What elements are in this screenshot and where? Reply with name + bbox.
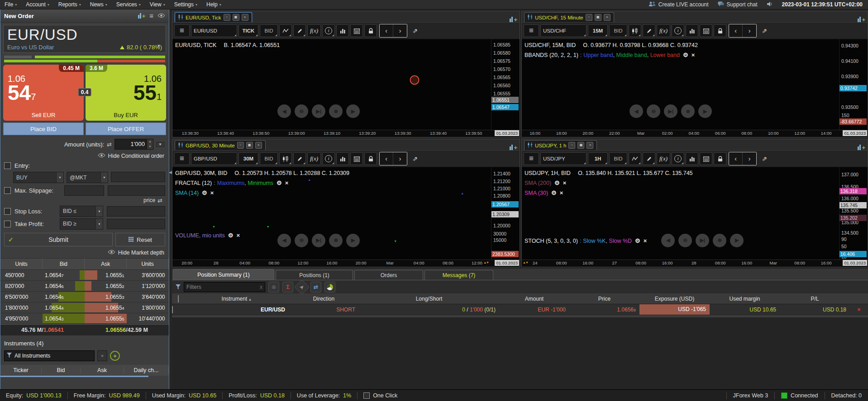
- instruments-col-daily-ch-[interactable]: Daily ch...: [124, 367, 169, 373]
- period-select[interactable]: 1H: [588, 152, 608, 165]
- side-select[interactable]: BID: [260, 152, 278, 165]
- swap-icon[interactable]: ⇄: [157, 197, 162, 204]
- calendar-button[interactable]: [350, 24, 363, 37]
- close-icon[interactable]: ×: [604, 14, 610, 21]
- add-chart-icon[interactable]: +: [858, 145, 865, 150]
- depth-row[interactable]: 820'0001.065461.065521'120'000: [0, 281, 169, 292]
- instrument-selector[interactable]: EUR/USD ▼ Euro vs US Dollar 82.0 ( 0.78%…: [3, 25, 166, 53]
- menu-item-services[interactable]: Services▾: [112, 0, 145, 9]
- price-axis[interactable]: 1.065851.065801.065751.065701.065651.065…: [491, 39, 520, 130]
- positions-filter-input[interactable]: Filtersx: [184, 282, 265, 292]
- playback-button[interactable]: ▶|: [312, 234, 325, 247]
- depth-row[interactable]: 6'500'0001.065451.065533'640'000: [0, 292, 169, 302]
- take-profit-checkbox[interactable]: [4, 221, 11, 227]
- instruments-col-bid[interactable]: Bid: [42, 367, 81, 373]
- export-icon[interactable]: ⇗: [409, 24, 421, 37]
- playback-controls[interactable]: ◀⊖▶|⊕▶: [277, 234, 360, 247]
- close-icon[interactable]: ×: [242, 14, 248, 21]
- collapse-left-icon[interactable]: ◀: [169, 170, 172, 175]
- depth-row[interactable]: 1'800'0001.065441.065541'800'000: [0, 302, 169, 313]
- restore-icon[interactable]: ▣: [595, 14, 601, 21]
- minimize-icon[interactable]: ▫: [237, 142, 244, 149]
- playback-button[interactable]: ▶: [730, 234, 744, 247]
- scroll-right-button[interactable]: ›: [743, 152, 756, 165]
- draw-tool-button[interactable]: [293, 152, 306, 165]
- instruments-col-ticker[interactable]: Ticker: [0, 367, 42, 373]
- playback-button[interactable]: ⊕: [681, 104, 695, 118]
- entry-side-select[interactable]: BUY▼: [13, 172, 64, 183]
- chart-type-button[interactable]: [629, 152, 641, 165]
- add-chart-icon[interactable]: +: [510, 17, 517, 22]
- remove-indicator-icon[interactable]: ×: [563, 179, 567, 186]
- histogram-button[interactable]: [336, 24, 349, 37]
- entry-checkbox[interactable]: [4, 162, 11, 169]
- playback-button[interactable]: ⊕: [329, 234, 343, 247]
- playback-controls[interactable]: ◀⊖▶|⊕▶: [630, 104, 712, 118]
- playback-button[interactable]: ⊖: [295, 234, 308, 247]
- indicators-button[interactable]: f(x): [307, 24, 321, 37]
- add-instrument-button[interactable]: +: [110, 351, 120, 361]
- col-used-margin[interactable]: Used margin: [710, 296, 780, 302]
- clear-filter-icon[interactable]: ⊗: [268, 282, 279, 292]
- draw-tool-button[interactable]: [643, 152, 655, 165]
- swap-icon[interactable]: ⇄: [107, 141, 112, 148]
- stop-loss-condition-select[interactable]: BID ≤▼: [60, 206, 103, 217]
- stop-loss-field[interactable]: [107, 206, 165, 217]
- row-checkbox[interactable]: [172, 306, 173, 313]
- menu-item-reports[interactable]: Reports▾: [54, 0, 86, 9]
- symbol-select[interactable]: USD/CHF: [540, 24, 587, 37]
- chart-menu-button[interactable]: ≡: [524, 24, 539, 37]
- remove-indicator-icon[interactable]: ×: [210, 189, 214, 196]
- sum-icon[interactable]: Σ: [282, 282, 293, 292]
- position-row[interactable]: EUR/USD SHORT 0 / 1'000 (0/1) EUR -1'000…: [172, 304, 868, 315]
- take-profit-field[interactable]: [107, 219, 165, 229]
- export-icon[interactable]: ⇗: [758, 24, 771, 37]
- playback-button[interactable]: ◀: [630, 104, 643, 118]
- amount-dropdown[interactable]: ▼: [156, 142, 164, 147]
- export-icon[interactable]: ⇗: [409, 152, 421, 165]
- transfer-icon[interactable]: ⇄: [310, 282, 321, 292]
- minimize-icon[interactable]: ▫: [586, 14, 592, 21]
- create-live-account-link[interactable]: Create LIVE account: [649, 1, 709, 8]
- side-select[interactable]: BID: [609, 152, 627, 165]
- reset-button[interactable]: Reset: [115, 233, 165, 246]
- col-instrument[interactable]: Instrument ▲: [185, 296, 289, 302]
- horizontal-scrollbar[interactable]: [0, 376, 148, 377]
- gear-icon[interactable]: ⚙: [228, 232, 234, 239]
- gear-icon[interactable]: ⚙: [554, 179, 560, 186]
- playback-button[interactable]: ⊖: [295, 104, 308, 118]
- playback-button[interactable]: ⊖: [647, 104, 660, 118]
- close-position-icon[interactable]: ×: [850, 307, 868, 313]
- hide-market-depth-link[interactable]: Hide Market depth: [118, 250, 164, 256]
- slippage-checkbox[interactable]: [4, 187, 11, 194]
- panel-menu-icon[interactable]: ≡: [149, 14, 153, 18]
- chart-menu-button[interactable]: ≡: [174, 24, 190, 37]
- close-icon[interactable]: ×: [255, 142, 262, 149]
- time-axis[interactable]: 20:002804:0008:0012:0016:0020:00Mar04:00…: [172, 259, 520, 267]
- info-button[interactable]: i: [672, 24, 684, 37]
- sell-button[interactable]: 0.45 M 1.06 547 Sell EUR: [3, 65, 84, 121]
- tab-messages-7-[interactable]: Messages (7): [424, 270, 493, 280]
- info-button[interactable]: i: [322, 152, 335, 165]
- col-price[interactable]: Price: [569, 296, 639, 302]
- remove-indicator-icon[interactable]: ×: [236, 232, 240, 239]
- chart-type-button[interactable]: [279, 152, 292, 165]
- chart-tab[interactable]: EUR/USD, Tick ▫ ▣ ×: [175, 12, 252, 22]
- price-axis[interactable]: 137.000136.500136.000135.500135.000134.5…: [839, 167, 868, 259]
- playback-controls[interactable]: ◀⊖▶|⊕▶: [277, 104, 360, 118]
- time-axis[interactable]: 13:38:3013:38:4013:38:5013:39:0013:39:10…: [172, 130, 520, 137]
- period-select[interactable]: 30M: [238, 152, 258, 165]
- scroll-right-button[interactable]: ›: [393, 24, 407, 37]
- scroll-left-button[interactable]: ‹: [380, 152, 393, 165]
- take-profit-condition-select[interactable]: BID ≥▼: [60, 218, 103, 230]
- playback-button[interactable]: ◀: [661, 234, 675, 247]
- indicators-button[interactable]: f(x): [657, 24, 670, 37]
- pin-icon[interactable]: ➤: [294, 279, 310, 295]
- scroll-right-button[interactable]: ›: [743, 24, 756, 37]
- histogram-button[interactable]: [336, 152, 349, 165]
- menu-item-news[interactable]: News▾: [86, 0, 112, 9]
- playback-button[interactable]: ▶|: [312, 104, 325, 118]
- slippage-price-field[interactable]: [108, 185, 165, 196]
- minimize-icon[interactable]: ▫: [224, 14, 230, 21]
- place-offer-button[interactable]: Place OFFER: [86, 123, 166, 135]
